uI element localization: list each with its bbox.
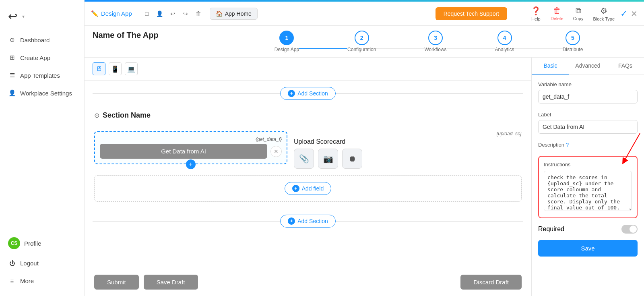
label-label: Label	[538, 112, 638, 118]
record-button[interactable]: ⏺	[342, 149, 362, 169]
instructions-textarea[interactable]: check the scores in {upload_sc} under th…	[544, 171, 632, 211]
field-clear-button[interactable]: ✕	[270, 146, 282, 157]
sidebar-item-create-app[interactable]: ⊞ Create App	[0, 49, 84, 66]
tab-basic[interactable]: Basic	[532, 58, 569, 75]
step-circle-4: 4	[497, 31, 512, 45]
step-4[interactable]: 4 Analytics	[495, 31, 563, 52]
mobile-view-button[interactable]: 📱	[109, 62, 122, 75]
sidebar-item-logout[interactable]: ⏻ Logout	[0, 254, 84, 272]
sidebar-logo[interactable]: ↩ ▾	[0, 6, 84, 31]
logout-label: Logout	[20, 260, 39, 267]
desktop-view-button[interactable]: 🖥	[93, 62, 105, 75]
window-icon[interactable]: □	[142, 9, 152, 19]
avatar: CS	[8, 237, 20, 249]
delete-button[interactable]: 🗑 Delete	[547, 4, 568, 23]
section-content: {get_data_f} Get Data from AI ✕ +	[85, 124, 531, 208]
block-type-icon: ⚙	[600, 6, 607, 16]
user-icon[interactable]: 👤	[155, 9, 165, 19]
redo-icon[interactable]: ↪	[181, 9, 190, 19]
undo-icon[interactable]: ↩	[168, 9, 178, 19]
sidebar-item-dashboard[interactable]: ⊙ Dashboard	[0, 31, 84, 49]
step-circle-2: 2	[355, 31, 369, 45]
add-section-bar-top: + Add Section	[85, 81, 531, 106]
close-button[interactable]: ✕	[631, 9, 638, 19]
copy-button[interactable]: ⧉ Copy	[569, 4, 588, 23]
field-variable-label: {get_data_f}	[100, 137, 282, 142]
step-2[interactable]: 2 Configuration	[347, 31, 424, 52]
create-app-icon: ⊞	[8, 54, 16, 62]
delete-icon: 🗑	[553, 6, 561, 15]
tab-advanced[interactable]: Advanced	[569, 58, 607, 75]
app-name: Name of The App	[93, 31, 159, 40]
profile-label: Profile	[24, 240, 41, 247]
sidebar: ↩ ▾ ⊙ Dashboard ⊞ Create App ☰ App Templ…	[0, 0, 85, 296]
step-1[interactable]: 1 Design App	[275, 31, 347, 52]
design-canvas: 🖥 📱 💻 + Add Section ⊙	[85, 58, 531, 296]
back-arrow-icon: ↩	[8, 10, 17, 23]
tablet-view-button[interactable]: 💻	[125, 62, 138, 75]
discard-draft-button[interactable]: Discard Draft	[460, 275, 522, 290]
step-3[interactable]: 3 Workflows	[424, 31, 495, 52]
step-circle-1: 1	[279, 31, 294, 45]
sidebar-nav: ⊙ Dashboard ⊞ Create App ☰ App Templates…	[0, 31, 84, 229]
sidebar-item-workplace-settings[interactable]: 👤 Workplace Settings	[0, 84, 84, 102]
paperclip-button[interactable]: 📎	[294, 149, 314, 169]
tab-faqs[interactable]: FAQs	[607, 58, 644, 75]
sidebar-item-label: Workplace Settings	[20, 90, 72, 97]
home-icon: 🏠	[216, 10, 223, 17]
field-add-button[interactable]: +	[186, 159, 196, 169]
add-section-top-button[interactable]: + Add Section	[280, 87, 336, 100]
steps-container: 1 Design App 2 Configuration	[213, 31, 644, 57]
camera-button[interactable]: 📷	[318, 149, 338, 169]
sidebar-item-more[interactable]: ≡ More	[0, 272, 84, 290]
top-bar-left: ✏️ Design App □ 👤 ↩ ↪ 🗑 🏠 App Home	[91, 8, 258, 20]
add-section-bottom-button[interactable]: + Add Section	[280, 215, 336, 228]
bottom-actions: Submit Save Draft Discard Draft	[85, 268, 531, 296]
top-bar-right: ❓ Help 🗑 Delete ⧉ Copy ⚙ Block Type ✓ ✕	[527, 4, 644, 23]
main-area: ✏️ Design App □ 👤 ↩ ↪ 🗑 🏠 App Home Reque	[85, 0, 644, 296]
get-data-button[interactable]: Get Data from AI	[100, 144, 267, 159]
add-field-button[interactable]: + Add field	[285, 182, 331, 195]
label-input[interactable]	[538, 120, 638, 134]
step-design-app: 1 Design App	[275, 31, 299, 52]
app-home-button[interactable]: 🏠 App Home	[210, 8, 258, 20]
field-row: {get_data_f} Get Data from AI ✕ +	[94, 131, 522, 169]
request-support-button[interactable]: Request Tech Support	[436, 7, 507, 20]
trash-icon[interactable]: 🗑	[194, 9, 203, 19]
variable-name-input[interactable]	[538, 90, 638, 103]
more-label: More	[20, 277, 34, 284]
sidebar-item-app-templates[interactable]: ☰ App Templates	[0, 66, 84, 84]
save-button[interactable]: Save	[538, 240, 638, 257]
required-row: Required	[538, 225, 638, 234]
variable-name-label: Variable name	[538, 81, 638, 87]
check-button[interactable]: ✓	[620, 8, 627, 19]
right-panel: Basic Advanced FAQs Variable name	[531, 58, 644, 296]
help-icon: ❓	[531, 6, 541, 16]
step-connector-3	[447, 48, 495, 49]
block-type-button[interactable]: ⚙ Block Type	[589, 4, 619, 23]
design-app-icon: ✏️	[91, 10, 99, 17]
save-draft-button[interactable]: Save Draft	[144, 275, 198, 290]
app-templates-icon: ☰	[8, 71, 16, 79]
sidebar-item-profile[interactable]: CS Profile	[0, 232, 84, 254]
description-field: Description ?	[538, 142, 638, 148]
get-data-field-box[interactable]: {get_data_f} Get Data from AI ✕ +	[94, 131, 287, 164]
step-5[interactable]: 5 Distribute	[563, 31, 583, 52]
required-label: Required	[538, 226, 564, 233]
design-app-button[interactable]: ✏️ Design App	[91, 10, 132, 17]
top-bar: ✏️ Design App □ 👤 ↩ ↪ 🗑 🏠 App Home Reque	[85, 2, 644, 26]
view-toggle-bar: 🖥 📱 💻	[85, 58, 531, 81]
submit-button[interactable]: Submit	[94, 275, 139, 290]
instructions-box: Instructions check the scores in {upload…	[538, 156, 638, 218]
sidebar-bottom: CS Profile ⏻ Logout ≡ More	[0, 229, 84, 290]
step-circle-3: 3	[428, 31, 443, 45]
step-configuration: 2 Configuration	[347, 31, 376, 52]
toolbar-icons: □ 👤 ↩ ↪ 🗑	[142, 9, 203, 19]
required-toggle[interactable]	[621, 225, 638, 234]
help-button[interactable]: ❓ Help	[527, 4, 545, 23]
steps-bar: Name of The App 1 Design App 2	[85, 26, 644, 58]
step-connector-2	[376, 48, 424, 49]
sidebar-item-label: Create App	[20, 54, 50, 61]
form-area: + Add Section ⊙ Section Name	[85, 81, 531, 268]
section-collapse-button[interactable]: ⊙	[94, 112, 99, 119]
